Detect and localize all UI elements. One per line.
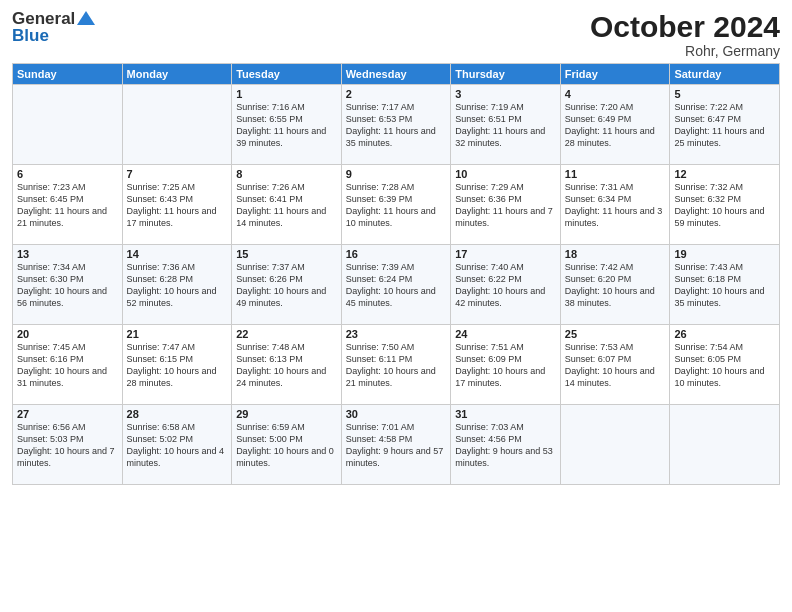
- calendar-body: 1Sunrise: 7:16 AM Sunset: 6:55 PM Daylig…: [13, 85, 780, 485]
- calendar-cell: 13Sunrise: 7:34 AM Sunset: 6:30 PM Dayli…: [13, 245, 123, 325]
- header-day-monday: Monday: [122, 64, 232, 85]
- day-number: 2: [346, 88, 447, 100]
- day-number: 12: [674, 168, 775, 180]
- calendar-cell: [13, 85, 123, 165]
- calendar-cell: 18Sunrise: 7:42 AM Sunset: 6:20 PM Dayli…: [560, 245, 670, 325]
- calendar-cell: 28Sunrise: 6:58 AM Sunset: 5:02 PM Dayli…: [122, 405, 232, 485]
- day-number: 31: [455, 408, 556, 420]
- day-number: 11: [565, 168, 666, 180]
- calendar-cell: 2Sunrise: 7:17 AM Sunset: 6:53 PM Daylig…: [341, 85, 451, 165]
- day-number: 29: [236, 408, 337, 420]
- day-info: Sunrise: 7:19 AM Sunset: 6:51 PM Dayligh…: [455, 101, 556, 150]
- month-title: October 2024: [590, 10, 780, 43]
- day-number: 18: [565, 248, 666, 260]
- calendar-table: SundayMondayTuesdayWednesdayThursdayFrid…: [12, 63, 780, 485]
- calendar-cell: 16Sunrise: 7:39 AM Sunset: 6:24 PM Dayli…: [341, 245, 451, 325]
- logo-general-text: General: [12, 10, 75, 27]
- logo-icon: [77, 11, 95, 25]
- day-number: 23: [346, 328, 447, 340]
- day-number: 21: [127, 328, 228, 340]
- day-number: 15: [236, 248, 337, 260]
- day-info: Sunrise: 7:32 AM Sunset: 6:32 PM Dayligh…: [674, 181, 775, 230]
- day-info: Sunrise: 7:42 AM Sunset: 6:20 PM Dayligh…: [565, 261, 666, 310]
- calendar-cell: [670, 405, 780, 485]
- day-info: Sunrise: 6:59 AM Sunset: 5:00 PM Dayligh…: [236, 421, 337, 470]
- calendar-cell: 20Sunrise: 7:45 AM Sunset: 6:16 PM Dayli…: [13, 325, 123, 405]
- title-block: October 2024 Rohr, Germany: [590, 10, 780, 59]
- calendar-week-5: 27Sunrise: 6:56 AM Sunset: 5:03 PM Dayli…: [13, 405, 780, 485]
- calendar-cell: 24Sunrise: 7:51 AM Sunset: 6:09 PM Dayli…: [451, 325, 561, 405]
- calendar-cell: 26Sunrise: 7:54 AM Sunset: 6:05 PM Dayli…: [670, 325, 780, 405]
- day-number: 26: [674, 328, 775, 340]
- day-number: 6: [17, 168, 118, 180]
- calendar-week-1: 1Sunrise: 7:16 AM Sunset: 6:55 PM Daylig…: [13, 85, 780, 165]
- day-number: 25: [565, 328, 666, 340]
- day-info: Sunrise: 7:03 AM Sunset: 4:56 PM Dayligh…: [455, 421, 556, 470]
- logo: General Blue: [12, 10, 95, 44]
- header-row: General Blue October 2024 Rohr, Germany: [12, 10, 780, 59]
- header-day-saturday: Saturday: [670, 64, 780, 85]
- day-number: 4: [565, 88, 666, 100]
- calendar-cell: 6Sunrise: 7:23 AM Sunset: 6:45 PM Daylig…: [13, 165, 123, 245]
- calendar-cell: 9Sunrise: 7:28 AM Sunset: 6:39 PM Daylig…: [341, 165, 451, 245]
- day-info: Sunrise: 7:34 AM Sunset: 6:30 PM Dayligh…: [17, 261, 118, 310]
- calendar-week-3: 13Sunrise: 7:34 AM Sunset: 6:30 PM Dayli…: [13, 245, 780, 325]
- day-number: 8: [236, 168, 337, 180]
- day-number: 27: [17, 408, 118, 420]
- header-day-wednesday: Wednesday: [341, 64, 451, 85]
- day-info: Sunrise: 7:26 AM Sunset: 6:41 PM Dayligh…: [236, 181, 337, 230]
- day-info: Sunrise: 7:43 AM Sunset: 6:18 PM Dayligh…: [674, 261, 775, 310]
- day-info: Sunrise: 7:31 AM Sunset: 6:34 PM Dayligh…: [565, 181, 666, 230]
- day-number: 24: [455, 328, 556, 340]
- calendar-cell: 10Sunrise: 7:29 AM Sunset: 6:36 PM Dayli…: [451, 165, 561, 245]
- calendar-cell: 19Sunrise: 7:43 AM Sunset: 6:18 PM Dayli…: [670, 245, 780, 325]
- header-day-sunday: Sunday: [13, 64, 123, 85]
- day-info: Sunrise: 7:51 AM Sunset: 6:09 PM Dayligh…: [455, 341, 556, 390]
- day-number: 30: [346, 408, 447, 420]
- header-day-tuesday: Tuesday: [232, 64, 342, 85]
- day-info: Sunrise: 7:28 AM Sunset: 6:39 PM Dayligh…: [346, 181, 447, 230]
- day-number: 28: [127, 408, 228, 420]
- calendar-cell: 1Sunrise: 7:16 AM Sunset: 6:55 PM Daylig…: [232, 85, 342, 165]
- calendar-cell: 22Sunrise: 7:48 AM Sunset: 6:13 PM Dayli…: [232, 325, 342, 405]
- day-info: Sunrise: 7:16 AM Sunset: 6:55 PM Dayligh…: [236, 101, 337, 150]
- day-info: Sunrise: 7:20 AM Sunset: 6:49 PM Dayligh…: [565, 101, 666, 150]
- day-info: Sunrise: 7:48 AM Sunset: 6:13 PM Dayligh…: [236, 341, 337, 390]
- day-number: 17: [455, 248, 556, 260]
- calendar-cell: 27Sunrise: 6:56 AM Sunset: 5:03 PM Dayli…: [13, 405, 123, 485]
- day-info: Sunrise: 7:36 AM Sunset: 6:28 PM Dayligh…: [127, 261, 228, 310]
- day-info: Sunrise: 7:37 AM Sunset: 6:26 PM Dayligh…: [236, 261, 337, 310]
- day-number: 7: [127, 168, 228, 180]
- calendar-cell: [560, 405, 670, 485]
- calendar-cell: 7Sunrise: 7:25 AM Sunset: 6:43 PM Daylig…: [122, 165, 232, 245]
- day-number: 10: [455, 168, 556, 180]
- day-info: Sunrise: 7:53 AM Sunset: 6:07 PM Dayligh…: [565, 341, 666, 390]
- calendar-cell: 23Sunrise: 7:50 AM Sunset: 6:11 PM Dayli…: [341, 325, 451, 405]
- day-info: Sunrise: 7:39 AM Sunset: 6:24 PM Dayligh…: [346, 261, 447, 310]
- day-info: Sunrise: 7:22 AM Sunset: 6:47 PM Dayligh…: [674, 101, 775, 150]
- calendar-cell: 25Sunrise: 7:53 AM Sunset: 6:07 PM Dayli…: [560, 325, 670, 405]
- calendar-cell: 17Sunrise: 7:40 AM Sunset: 6:22 PM Dayli…: [451, 245, 561, 325]
- calendar-cell: 11Sunrise: 7:31 AM Sunset: 6:34 PM Dayli…: [560, 165, 670, 245]
- main-container: General Blue October 2024 Rohr, Germany …: [0, 0, 792, 493]
- day-number: 20: [17, 328, 118, 340]
- calendar-cell: 5Sunrise: 7:22 AM Sunset: 6:47 PM Daylig…: [670, 85, 780, 165]
- day-info: Sunrise: 6:58 AM Sunset: 5:02 PM Dayligh…: [127, 421, 228, 470]
- day-info: Sunrise: 6:56 AM Sunset: 5:03 PM Dayligh…: [17, 421, 118, 470]
- calendar-cell: 4Sunrise: 7:20 AM Sunset: 6:49 PM Daylig…: [560, 85, 670, 165]
- day-number: 1: [236, 88, 337, 100]
- day-info: Sunrise: 7:01 AM Sunset: 4:58 PM Dayligh…: [346, 421, 447, 470]
- day-info: Sunrise: 7:40 AM Sunset: 6:22 PM Dayligh…: [455, 261, 556, 310]
- day-number: 5: [674, 88, 775, 100]
- day-info: Sunrise: 7:25 AM Sunset: 6:43 PM Dayligh…: [127, 181, 228, 230]
- header-day-thursday: Thursday: [451, 64, 561, 85]
- svg-marker-0: [77, 11, 95, 25]
- day-number: 9: [346, 168, 447, 180]
- day-info: Sunrise: 7:23 AM Sunset: 6:45 PM Dayligh…: [17, 181, 118, 230]
- day-info: Sunrise: 7:45 AM Sunset: 6:16 PM Dayligh…: [17, 341, 118, 390]
- calendar-cell: 14Sunrise: 7:36 AM Sunset: 6:28 PM Dayli…: [122, 245, 232, 325]
- location: Rohr, Germany: [590, 43, 780, 59]
- logo-blue-text: Blue: [12, 27, 49, 44]
- day-number: 13: [17, 248, 118, 260]
- calendar-header: SundayMondayTuesdayWednesdayThursdayFrid…: [13, 64, 780, 85]
